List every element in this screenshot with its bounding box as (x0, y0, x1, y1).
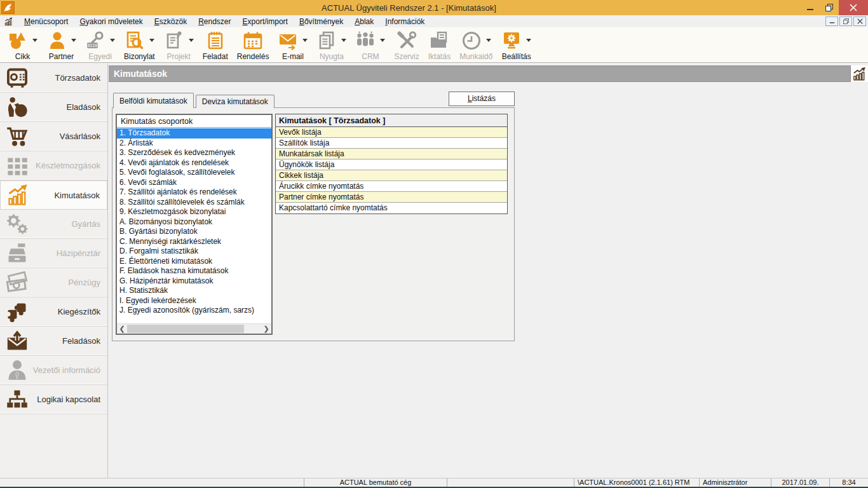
report-group-item[interactable]: 6. Vevői számlák (117, 178, 271, 188)
report-group-item[interactable]: B. Gyártási bizonylatok (117, 227, 271, 237)
minimize-button[interactable] (801, 0, 820, 15)
toolbar-button-label: Egyedi (88, 52, 112, 61)
scroll-left-icon[interactable]: ❮ (117, 324, 127, 334)
toolbar-button[interactable]: Munkaidő (455, 27, 497, 62)
report-row[interactable]: Ügynökök listája (276, 159, 507, 170)
sidebar-item[interactable]: Kimutatások (0, 180, 107, 210)
toolbar-button[interactable]: Cikk (3, 27, 42, 62)
chevron-down-icon[interactable] (110, 39, 115, 42)
report-group-item[interactable]: G. Házipénztár kimutatások (117, 276, 271, 287)
report-group-item[interactable]: I. Egyedi lekérdezések (117, 296, 271, 306)
sidebar-item-icon (6, 66, 31, 90)
chevron-down-icon[interactable] (526, 39, 531, 42)
sidebar-item[interactable]: Házipénztár (0, 239, 107, 268)
report-group-item[interactable]: 9. Készletmozgások bizonylatai (117, 207, 271, 217)
report-group-item[interactable]: 8. Szállítói szállítólevelek és számlák (117, 198, 271, 208)
chevron-down-icon[interactable] (380, 39, 385, 42)
chevron-down-icon[interactable] (302, 39, 308, 42)
toolbar-button-label: Munkaidő (459, 52, 492, 61)
sidebar-item[interactable]: Készletmozgások (0, 151, 107, 180)
sidebar-item[interactable]: Eladások (0, 93, 107, 122)
report-group-item[interactable]: C. Mennyiségi raktárkészletek (117, 237, 271, 247)
toolbar-button-icon (501, 30, 522, 51)
report-group-item[interactable]: 5. Vevői foglalások, szállítólevelek (117, 168, 271, 178)
toolbar-button-label: Feladat (203, 52, 228, 61)
tab[interactable]: Deviza kimutatások (196, 95, 275, 108)
toolbar-button-icon (355, 30, 376, 51)
toolbar-button[interactable]: Iktatás (424, 27, 455, 62)
scrollbar-thumb[interactable] (127, 325, 244, 333)
toolbar-button[interactable]: Projekt (159, 27, 198, 62)
menu-item[interactable]: Export/import (237, 17, 294, 27)
mdi-restore-button[interactable] (839, 17, 852, 26)
sidebar-item[interactable]: Feladások (0, 327, 107, 356)
report-row[interactable]: Kapcsolattartó címke nyomtatás (276, 203, 507, 214)
sidebar-item-label: Házipénztár (31, 248, 100, 258)
report-group-item[interactable]: E. Élettörténeti kimutatások (117, 257, 271, 267)
toolbar-button-icon (461, 30, 482, 51)
chevron-down-icon[interactable] (486, 39, 491, 42)
sidebar-item[interactable]: Kiegészítők (0, 297, 107, 327)
toolbar-button[interactable]: Feladat (198, 27, 233, 62)
sidebar-item-icon (6, 329, 31, 353)
report-group-item[interactable]: 7. Szállítói ajánlatok és rendelések (117, 187, 271, 198)
menu-item[interactable]: Rendszer (193, 17, 236, 27)
report-group-item[interactable]: H. Statisztikák (117, 286, 271, 296)
report-row[interactable]: Munkatársak listája (276, 149, 507, 159)
menu-item[interactable]: Bővítmények (294, 17, 349, 27)
toolbar-button-label: E-mail (282, 52, 304, 61)
sidebar-item[interactable]: Vásárlások (0, 122, 107, 151)
toolbar-button[interactable]: Rendelés (233, 27, 274, 62)
sidebar-item[interactable]: Pénzügy (0, 268, 107, 297)
toolbar-button[interactable]: Partner (42, 27, 81, 62)
toolbar-button[interactable]: CRM (351, 27, 390, 62)
report-group-item[interactable]: F. Eladások haszna kimutatások (117, 266, 271, 276)
report-row[interactable]: Partner címke nyomtatás (276, 192, 507, 203)
chevron-down-icon[interactable] (341, 39, 346, 42)
report-row[interactable]: Árucikk címke nyomtatás (276, 181, 507, 192)
sidebar-item-label: Vásárlások (31, 132, 100, 141)
scroll-right-icon[interactable]: ❯ (261, 324, 271, 334)
menu-items: Menücsoport Gyakori műveletek Eszközök R… (18, 17, 430, 27)
restore-button[interactable] (820, 0, 839, 15)
listazas-button[interactable]: Listázás (449, 92, 515, 106)
toolbar-button[interactable]: Beállítás (497, 27, 536, 62)
report-group-item[interactable]: 1. Törzsadatok (117, 128, 271, 139)
report-group-item[interactable]: J. Egyedi azonosítók (gyáriszám, sarzs) (117, 306, 271, 316)
toolbar-button-icon (164, 30, 184, 51)
menu-item[interactable]: Menücsoport (18, 17, 74, 27)
report-row[interactable]: Szállítók listája (276, 138, 507, 149)
toolbar-button[interactable]: Egyedi (81, 27, 119, 62)
report-group-item[interactable]: 4. Vevői ajánlatok és rendelések (117, 158, 271, 168)
mdi-close-button[interactable] (853, 17, 866, 26)
chevron-down-icon[interactable] (149, 39, 154, 42)
toolbar-button[interactable]: Nyugta (312, 27, 351, 62)
menu-item[interactable]: Eszközök (149, 17, 193, 27)
report-row[interactable]: Cikkek listája (276, 170, 507, 181)
reports-grid: Kimutatások [ Törzsadatok ] Vevők listáj… (275, 114, 508, 214)
menu-item[interactable]: Gyakori műveletek (74, 17, 148, 27)
report-group-item[interactable]: A. Bizományosi bizonylatok (117, 217, 271, 227)
scrollbar-track[interactable] (127, 324, 261, 334)
toolbar-button[interactable]: Szerviz (390, 27, 423, 62)
sidebar-item[interactable]: Logikai kapcsolat (0, 385, 107, 414)
menu-item[interactable]: Ablak (349, 17, 379, 27)
mdi-minimize-button[interactable] (825, 17, 838, 26)
report-group-item[interactable]: D. Forgalmi statisztikák (117, 247, 271, 257)
sidebar-item[interactable]: Gyártás (0, 210, 107, 239)
sidebar-item[interactable]: Törzsadatok (0, 64, 107, 93)
sidebar-item[interactable]: Vezetői információ (0, 356, 107, 385)
menu-item[interactable]: Információk (379, 17, 430, 27)
chevron-down-icon[interactable] (32, 39, 37, 42)
report-group-item[interactable]: 2. Árlisták (117, 139, 271, 149)
horizontal-scrollbar[interactable]: ❮ ❯ (117, 323, 271, 334)
report-group-item[interactable]: 3. Szerződések és kedvezmények (117, 148, 271, 158)
chevron-down-icon[interactable] (71, 39, 76, 42)
toolbar-button[interactable]: E-mail (273, 27, 312, 62)
status-time: 8:34 (829, 478, 868, 487)
tab[interactable]: Belföldi kimutatások (113, 93, 194, 108)
chevron-down-icon[interactable] (189, 39, 194, 42)
close-button[interactable] (839, 0, 868, 15)
toolbar-button[interactable]: Bizonylat (119, 27, 159, 62)
report-row[interactable]: Vevők listája (276, 127, 507, 138)
